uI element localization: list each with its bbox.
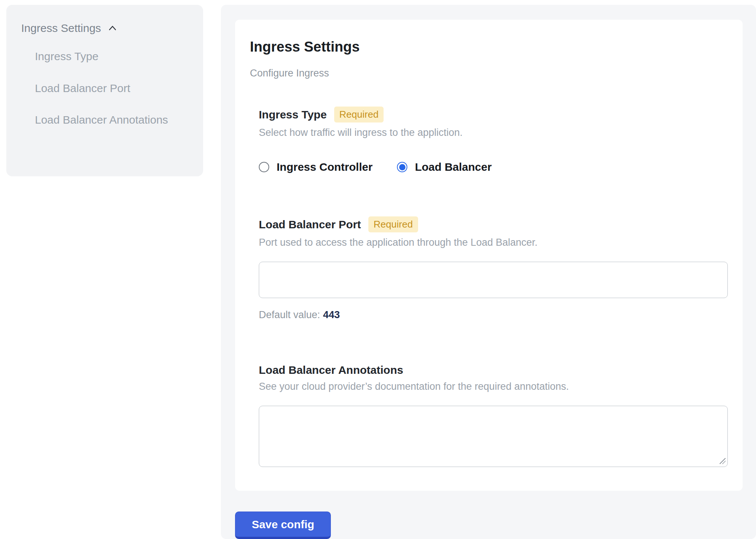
- section-lb-annotations: Load Balancer Annotations See your cloud…: [259, 364, 728, 467]
- ingress-type-radio-group: Ingress Controller Load Balancer: [259, 161, 728, 173]
- lb-port-title: Load Balancer Port: [259, 218, 361, 231]
- main-panel: Ingress Settings Configure Ingress Ingre…: [221, 5, 756, 539]
- ingress-settings-card: Ingress Settings Configure Ingress Ingre…: [235, 20, 743, 491]
- radio-option-1[interactable]: Load Balancer: [397, 161, 492, 173]
- lb-port-input[interactable]: [259, 262, 728, 298]
- page: Ingress Settings Ingress Type Load Balan…: [0, 0, 756, 539]
- sidebar-section-label: Ingress Settings: [21, 22, 101, 35]
- radio-selected-icon: [397, 162, 407, 172]
- lb-port-default-line: Default value:443: [259, 309, 728, 321]
- radio-option-0[interactable]: Ingress Controller: [259, 161, 372, 173]
- default-label: Default value:: [259, 309, 320, 320]
- page-subtitle: Configure Ingress: [250, 68, 728, 79]
- lb-annotations-textarea[interactable]: [259, 406, 728, 467]
- default-value: 443: [323, 309, 340, 320]
- sidebar-item-lb-port[interactable]: Load Balancer Port: [35, 78, 172, 99]
- radio-option-label: Load Balancer: [415, 161, 492, 173]
- sidebar-section-toggle[interactable]: Ingress Settings: [21, 22, 188, 35]
- section-lb-port: Load Balancer Port Required Port used to…: [259, 216, 728, 321]
- sidebar-item-ingress-type[interactable]: Ingress Type: [35, 46, 172, 68]
- page-title: Ingress Settings: [250, 39, 728, 55]
- required-badge: Required: [368, 216, 418, 232]
- settings-nav-sidebar: Ingress Settings Ingress Type Load Balan…: [6, 5, 203, 176]
- section-ingress-type: Ingress Type Required Select how traffic…: [259, 107, 728, 173]
- ingress-type-description: Select how traffic will ingress to the a…: [259, 127, 728, 138]
- sidebar-items: Ingress Type Load Balancer Port Load Bal…: [21, 46, 188, 131]
- radio-unselected-icon: [259, 162, 269, 172]
- lb-annotations-textarea-wrap: [259, 406, 728, 467]
- chevron-up-icon: [107, 23, 118, 34]
- ingress-type-title: Ingress Type: [259, 108, 327, 121]
- lb-port-description: Port used to access the application thro…: [259, 237, 728, 248]
- lb-annotations-description: See your cloud provider’s documentation …: [259, 381, 728, 392]
- required-badge: Required: [334, 107, 384, 122]
- sidebar-item-lb-annotations[interactable]: Load Balancer Annotations: [35, 109, 172, 131]
- radio-option-label: Ingress Controller: [277, 161, 372, 173]
- save-config-button[interactable]: Save config: [235, 512, 331, 539]
- lb-annotations-title: Load Balancer Annotations: [259, 364, 403, 376]
